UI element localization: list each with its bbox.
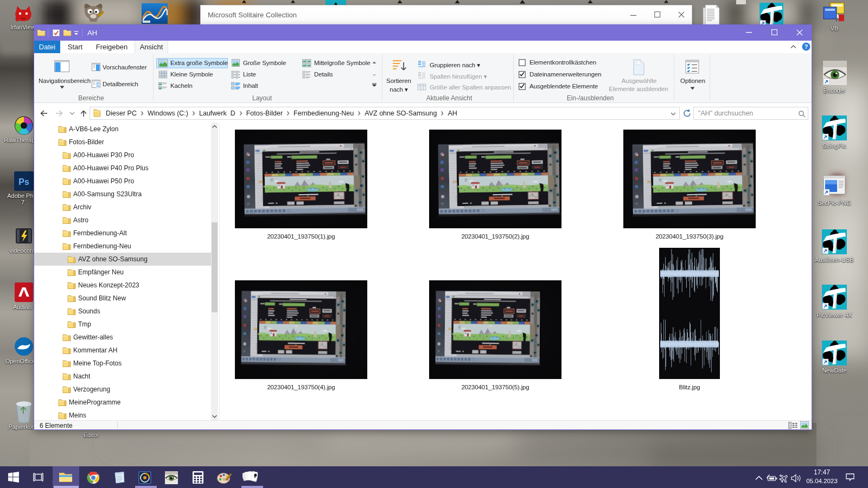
svg-text:?: ? (805, 43, 808, 50)
svg-text:Ps: Ps (18, 177, 29, 187)
